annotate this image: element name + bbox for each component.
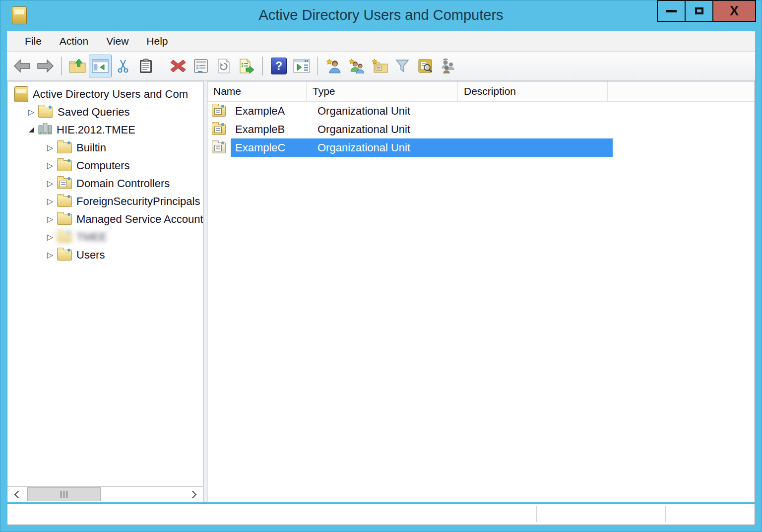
ou-icon: [207, 142, 231, 153]
tree-item-managed-service-accounts[interactable]: ▷ Managed Service Accounts: [7, 210, 203, 228]
menu-action[interactable]: Action: [51, 31, 97, 51]
console-tree: Active Directory Users and Com ▷ Saved Q…: [7, 81, 203, 264]
menu-view[interactable]: View: [97, 31, 137, 51]
horizontal-scrollbar[interactable]: [7, 486, 203, 502]
tree-item-builtin[interactable]: ▷ Builtin: [7, 139, 203, 157]
cut-button[interactable]: [112, 55, 134, 77]
tree-item-root[interactable]: Active Directory Users and Com: [7, 85, 203, 103]
expander-collapsed-icon[interactable]: ▷: [44, 139, 56, 157]
folder-icon: [57, 142, 72, 153]
status-separator: [536, 506, 537, 522]
row-name: ExampleB: [231, 123, 318, 136]
help-icon: ?: [271, 58, 287, 74]
selection-highlight: ExampleC Organizational Unit: [231, 138, 613, 157]
new-group-icon: [348, 59, 365, 73]
folder-icon: [38, 107, 53, 118]
refresh-icon: [217, 59, 231, 73]
list-header: Name Type Description: [207, 81, 755, 102]
show-window-button[interactable]: [290, 55, 313, 77]
expander-collapsed-icon[interactable]: ▷: [44, 157, 56, 175]
scroll-left-button[interactable]: [7, 487, 26, 502]
toolbar-separator: [262, 57, 263, 75]
column-header-filler: [608, 81, 755, 101]
tree-item-label: Builtin: [76, 141, 106, 154]
tree-item-label: ForeignSecurityPrincipals: [76, 195, 200, 208]
show-console-tree-icon: [92, 59, 109, 73]
details-list-panel: Name Type Description ExampleA Organizat…: [207, 81, 755, 502]
help-button[interactable]: ?: [267, 55, 290, 77]
menu-file[interactable]: File: [16, 31, 51, 51]
column-header-name[interactable]: Name: [207, 81, 307, 101]
tree-item-label: Computers: [76, 159, 130, 172]
new-user-button[interactable]: [322, 55, 345, 77]
expander-collapsed-icon[interactable]: ▷: [44, 246, 56, 264]
tree-item-foreign-security-principals[interactable]: ▷ ForeignSecurityPrincipals: [7, 193, 203, 210]
ou-icon: [207, 106, 231, 117]
show-console-tree-button[interactable]: [89, 55, 112, 77]
folder-icon: [57, 232, 72, 243]
filter-button[interactable]: [391, 55, 414, 77]
export-list-button[interactable]: [235, 55, 258, 77]
tree-item-label: Managed Service Accounts: [76, 213, 203, 226]
chevron-right-icon: [189, 490, 196, 498]
tree-item-label: Saved Queries: [58, 106, 130, 119]
folder-icon: [57, 250, 72, 261]
forward-button[interactable]: [34, 55, 57, 77]
row-type: Organizational Unit: [318, 141, 613, 154]
new-group-button[interactable]: [345, 55, 368, 77]
folder-icon: [57, 214, 72, 225]
tree-item-computers[interactable]: ▷ Computers: [7, 157, 203, 175]
row-type: Organizational Unit: [318, 105, 613, 118]
export-list-icon: [239, 59, 254, 73]
scrollbar-thumb[interactable]: [27, 487, 101, 501]
minimize-button[interactable]: [657, 0, 686, 22]
expander-collapsed-icon[interactable]: ▷: [44, 175, 56, 193]
close-button[interactable]: X: [712, 0, 756, 22]
expander-collapsed-icon[interactable]: ▷: [44, 193, 56, 210]
tree-item-label: HIE.2012.TMEE: [57, 124, 135, 136]
tree-item-saved-queries[interactable]: ▷ Saved Queries: [7, 103, 203, 121]
minimize-icon: [666, 10, 677, 12]
properties-button[interactable]: [190, 55, 212, 77]
find-icon: [418, 59, 433, 73]
ou-icon: [207, 124, 231, 135]
panel-splitter[interactable]: [203, 81, 207, 502]
chevron-left-icon: [14, 490, 22, 498]
filter-icon: [395, 59, 410, 73]
group-members-button[interactable]: [437, 55, 459, 77]
column-header-description[interactable]: Description: [458, 81, 608, 101]
expander-expanded-icon[interactable]: [25, 121, 37, 139]
back-icon: [13, 59, 31, 73]
paste-button[interactable]: [134, 55, 157, 77]
window-frame: Active Directory Users and Computers X F…: [0, 0, 762, 532]
tree-item-domain-controllers[interactable]: ▷ Domain Controllers: [7, 175, 203, 193]
up-one-level-button[interactable]: [66, 55, 89, 77]
expander-collapsed-icon[interactable]: ▷: [25, 103, 37, 121]
delete-button[interactable]: [167, 55, 190, 77]
expander-collapsed-icon[interactable]: ▷: [44, 210, 56, 228]
tree-item-redacted[interactable]: ▷ TMEE: [7, 228, 203, 246]
list-row-examplea[interactable]: ExampleA Organizational Unit: [207, 102, 755, 120]
scroll-right-button[interactable]: [184, 487, 203, 502]
window-title: Active Directory Users and Computers: [0, 0, 762, 31]
back-button[interactable]: [11, 55, 34, 77]
list-row-examplec[interactable]: ExampleC Organizational Unit: [207, 138, 755, 157]
new-organizational-unit-button[interactable]: [368, 55, 391, 77]
refresh-button[interactable]: [212, 55, 235, 77]
find-button[interactable]: [414, 55, 437, 77]
delete-icon: [170, 59, 187, 73]
console-root-icon: [14, 86, 28, 102]
group-members-icon: [440, 59, 456, 73]
tree-item-domain[interactable]: HIE.2012.TMEE: [7, 121, 203, 139]
paste-icon: [139, 59, 153, 73]
menu-help[interactable]: Help: [137, 31, 177, 51]
tree-item-users[interactable]: ▷ Users: [7, 246, 203, 264]
maximize-icon: [695, 7, 703, 14]
column-header-type[interactable]: Type: [307, 81, 458, 101]
show-window-icon: [293, 59, 310, 73]
title-bar[interactable]: Active Directory Users and Computers X: [0, 0, 762, 31]
maximize-button[interactable]: [685, 0, 713, 22]
list-row-exampleb[interactable]: ExampleB Organizational Unit: [207, 120, 755, 138]
new-user-icon: [326, 59, 342, 73]
expander-collapsed-icon[interactable]: ▷: [44, 228, 56, 246]
